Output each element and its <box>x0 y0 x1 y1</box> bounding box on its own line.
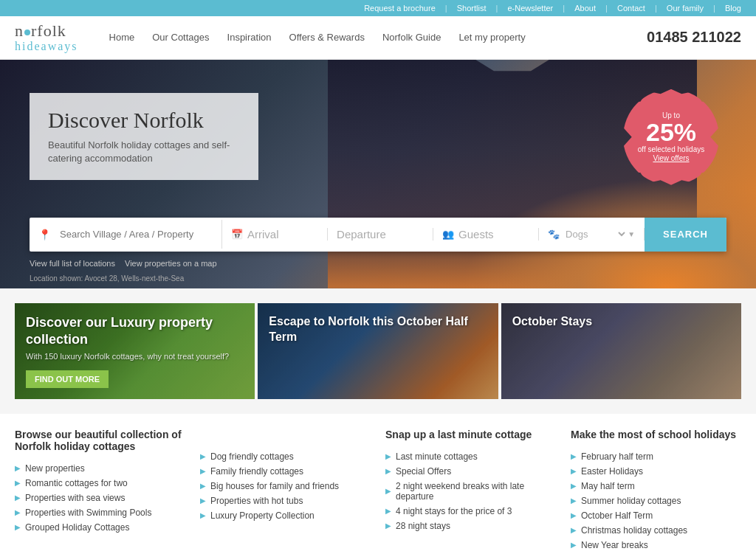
list-item-4night[interactable]: ▶ 4 night stays for the price of 3 <box>385 504 556 519</box>
top-bar: Request a brochure | Shortlist | e-Newsl… <box>0 0 756 16</box>
hero-text-box: Discover Norfolk Beautiful Norfolk holid… <box>30 93 258 180</box>
arrow-icon: ▶ <box>385 487 391 495</box>
departure-field[interactable]: Departure <box>328 228 433 240</box>
arrow-icon: ▶ <box>571 467 577 475</box>
list-item-family-friendly[interactable]: ▶ Family friendly cottages <box>200 464 371 479</box>
arrival-label: Arrival <box>247 228 279 240</box>
hero-section: Discover Norfolk Beautiful Norfolk holid… <box>0 60 756 288</box>
list-item-big-houses[interactable]: ▶ Big houses for family and friends <box>200 479 371 494</box>
arrow-icon: ▶ <box>200 511 206 519</box>
list-item-romantic[interactable]: ▶ Romantic cottages for two <box>15 476 185 491</box>
list-item-may-half-term[interactable]: ▶ May half term <box>571 479 741 494</box>
arrow-icon: ▶ <box>15 523 21 531</box>
list-item-special-offers[interactable]: ▶ Special Offers <box>385 464 556 479</box>
arrow-icon: ▶ <box>385 522 391 530</box>
browse-list-4: ▶ February half term ▶ Easter Holidays ▶… <box>571 449 741 553</box>
nav-home[interactable]: Home <box>100 28 144 46</box>
calendar-icon: 📅 <box>231 229 243 240</box>
arrival-field[interactable]: 📅 Arrival <box>222 228 328 240</box>
arrow-icon: ▶ <box>571 452 577 460</box>
view-locations-link[interactable]: View full list of locations <box>30 259 115 268</box>
list-item-sea-views[interactable]: ▶ Properties with sea views <box>15 491 185 505</box>
list-item-october-half-term[interactable]: ▶ October Half Term <box>571 508 741 523</box>
dogs-field[interactable]: 🐾 Dogs ▼ <box>539 228 645 240</box>
pin-icon: 📍 <box>38 229 51 240</box>
hero-title: Discover Norfolk <box>48 108 240 133</box>
guests-field[interactable]: 👥 Guests <box>433 228 539 240</box>
location-shown: Location shown: Avocet 28, Wells-next-th… <box>30 274 184 283</box>
promo-card-1-button[interactable]: FIND OUT MORE <box>26 370 109 388</box>
discount-badge[interactable]: Up to 25% off selected holidays View off… <box>623 89 719 185</box>
arrow-icon: ▶ <box>15 508 21 516</box>
list-item-new-year[interactable]: ▶ New Year breaks <box>571 538 741 553</box>
logo[interactable]: nrfolk hideaways <box>15 22 78 53</box>
list-item-new-properties[interactable]: ▶ New properties <box>15 461 185 476</box>
topbar-link-shortlist[interactable]: Shortlist <box>457 4 487 13</box>
promo-card-2-title: Escape to Norfolk this October Half Term <box>269 314 487 345</box>
promo-card-3-content: October Stays <box>501 303 741 399</box>
topbar-link-about[interactable]: About <box>574 4 596 13</box>
list-item-grouped[interactable]: ▶ Grouped Holiday Cottages <box>15 520 185 535</box>
promo-card-october-escape[interactable]: Escape to Norfolk this October Half Term <box>258 303 498 399</box>
main-content: Browse our beautiful collection of Norfo… <box>0 414 756 554</box>
departure-label: Departure <box>337 228 386 240</box>
search-links: View full list of locations View propert… <box>30 259 224 268</box>
topbar-link-enewsletter[interactable]: e-Newsletter <box>507 4 553 13</box>
nav-offers[interactable]: Offers & Rewards <box>281 28 374 46</box>
browse-col-1: Browse our beautiful collection of Norfo… <box>15 429 185 553</box>
header: nrfolk hideaways Home Our Cottages Inspi… <box>0 16 756 60</box>
list-item-2night-breaks[interactable]: ▶ 2 night weekend breaks with late depar… <box>385 479 556 504</box>
search-input[interactable] <box>55 220 213 249</box>
promo-card-2-content: Escape to Norfolk this October Half Term <box>258 303 498 399</box>
arrow-icon: ▶ <box>385 467 391 475</box>
arrow-icon: ▶ <box>200 467 206 475</box>
browse-heading-4: Make the most of school holidays <box>571 429 741 440</box>
hero-subtitle: Beautiful Norfolk holiday cottages and s… <box>48 139 240 165</box>
promo-card-3-title: October Stays <box>512 314 730 330</box>
promo-card-luxury[interactable]: Discover our Luxury property collection … <box>15 303 255 399</box>
promo-card-1-title: Discover our Luxury property collection <box>26 314 244 349</box>
search-bar-wrap: 📍 📅 Arrival Departure 👥 Guests 🐾 Dogs ▼ <box>0 218 756 252</box>
promo-section: Discover our Luxury property collection … <box>0 288 756 414</box>
badge-view-offers[interactable]: View offers <box>653 154 689 162</box>
arrow-icon: ▶ <box>15 464 21 472</box>
browse-list-1: ▶ New properties ▶ Romantic cottages for… <box>15 461 185 535</box>
search-bar: 📍 📅 Arrival Departure 👥 Guests 🐾 Dogs ▼ <box>30 218 726 252</box>
browse-col-3: Snap up a last minute cottage ▶ Last min… <box>385 429 556 553</box>
topbar-link-blog[interactable]: Blog <box>725 4 741 13</box>
list-item-luxury[interactable]: ▶ Luxury Property Collection <box>200 508 371 523</box>
list-item-swimming[interactable]: ▶ Properties with Swimming Pools <box>15 505 185 520</box>
main-nav: Home Our Cottages Inspiration Offers & R… <box>100 28 647 46</box>
nav-cottages[interactable]: Our Cottages <box>143 28 218 46</box>
nav-inspiration[interactable]: Inspiration <box>219 28 281 46</box>
promo-card-october-stays[interactable]: October Stays <box>501 303 741 399</box>
list-item-last-minute[interactable]: ▶ Last minute cottages <box>385 449 556 464</box>
view-map-link[interactable]: View properties on a map <box>125 259 217 268</box>
list-item-feb-half-term[interactable]: ▶ February half term <box>571 449 741 464</box>
list-item-28nights[interactable]: ▶ 28 night stays <box>385 519 556 533</box>
nav-let-property[interactable]: Let my property <box>450 28 534 46</box>
arrow-icon: ▶ <box>571 526 577 534</box>
phone-number: 01485 211022 <box>647 29 741 46</box>
dogs-select[interactable]: Dogs <box>563 228 628 240</box>
guests-icon: 👥 <box>442 229 454 240</box>
browse-heading-1: Browse our beautiful collection of Norfo… <box>15 429 185 452</box>
arrow-icon: ▶ <box>571 496 577 505</box>
browse-col-2: ▶ Dog friendly cottages ▶ Family friendl… <box>200 429 371 553</box>
arrow-icon: ▶ <box>200 482 206 490</box>
arrow-icon: ▶ <box>15 494 21 502</box>
arrow-icon: ▶ <box>200 496 206 505</box>
list-item-easter[interactable]: ▶ Easter Holidays <box>571 464 741 479</box>
topbar-link-family[interactable]: Our family <box>667 4 704 13</box>
list-item-dog-friendly[interactable]: ▶ Dog friendly cottages <box>200 449 371 464</box>
topbar-link-contact[interactable]: Contact <box>617 4 645 13</box>
list-item-summer[interactable]: ▶ Summer holiday cottages <box>571 494 741 508</box>
search-button[interactable]: SEARCH <box>645 218 726 252</box>
list-item-christmas[interactable]: ▶ Christmas holiday cottages <box>571 523 741 538</box>
nav-guide[interactable]: Norfolk Guide <box>374 28 450 46</box>
topbar-link-brochure[interactable]: Request a brochure <box>364 4 436 13</box>
list-item-hot-tubs[interactable]: ▶ Properties with hot tubs <box>200 494 371 508</box>
dogs-chevron-icon: ▼ <box>628 230 635 238</box>
badge-percent: 25% <box>646 120 696 145</box>
arrow-icon: ▶ <box>571 511 577 519</box>
